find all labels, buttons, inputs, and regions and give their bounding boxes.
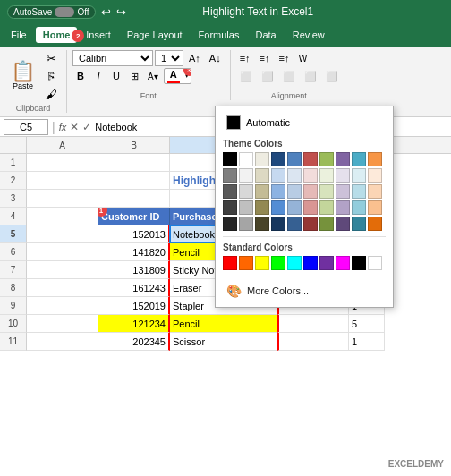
- cell-a2[interactable]: [27, 172, 98, 190]
- decrease-font-button[interactable]: A↓: [206, 50, 225, 66]
- color-swatch[interactable]: [319, 217, 334, 231]
- cell-d10[interactable]: [277, 315, 349, 333]
- cell-d11[interactable]: [277, 333, 349, 351]
- color-swatch[interactable]: [319, 152, 334, 166]
- color-swatch-orange[interactable]: [239, 256, 253, 270]
- undo-icon[interactable]: ↩: [101, 5, 111, 19]
- more-colors-button[interactable]: 🎨 More Colors...: [223, 282, 386, 300]
- cell-b2[interactable]: [98, 172, 170, 190]
- color-swatch[interactable]: [287, 184, 302, 199]
- cell-a6[interactable]: [27, 243, 98, 261]
- color-swatch-red[interactable]: [223, 256, 237, 270]
- row-num-6[interactable]: 6: [0, 243, 27, 261]
- cell-a1[interactable]: [27, 154, 98, 172]
- color-swatch[interactable]: [223, 168, 237, 183]
- menu-page-layout[interactable]: Page Layout: [120, 27, 190, 43]
- font-family-select[interactable]: Calibri: [72, 50, 153, 66]
- color-swatch[interactable]: [271, 200, 285, 215]
- color-swatch-cyan[interactable]: [287, 256, 302, 270]
- row-num-3[interactable]: 3: [0, 190, 27, 208]
- align-right-button[interactable]: ⬜: [279, 68, 299, 84]
- border-button[interactable]: ⊞: [126, 68, 142, 84]
- color-swatch[interactable]: [255, 168, 269, 183]
- align-top-right[interactable]: ≡↑: [276, 50, 294, 66]
- cell-b6[interactable]: 141820: [98, 243, 170, 261]
- menu-file[interactable]: File: [4, 27, 34, 43]
- font-color-button[interactable]: A ▾ 3: [164, 68, 191, 84]
- color-swatch[interactable]: [255, 184, 269, 199]
- cell-b3[interactable]: [98, 190, 170, 208]
- automatic-color-option[interactable]: Automatic: [223, 114, 386, 132]
- color-swatch[interactable]: [352, 217, 366, 231]
- cell-e10[interactable]: 5: [349, 315, 385, 333]
- cell-b7[interactable]: 131809: [98, 261, 170, 279]
- color-swatch[interactable]: [255, 217, 269, 231]
- color-swatch[interactable]: [368, 184, 382, 199]
- color-swatch[interactable]: [303, 184, 318, 199]
- cell-a4[interactable]: [27, 208, 98, 225]
- formula-cancel-icon[interactable]: ✕: [70, 121, 79, 133]
- align-top-center[interactable]: ≡↑: [256, 50, 274, 66]
- color-swatch[interactable]: [223, 152, 237, 166]
- cell-a10[interactable]: [27, 315, 98, 333]
- color-swatch-purple[interactable]: [319, 256, 334, 270]
- color-swatch[interactable]: [336, 217, 350, 231]
- color-swatch[interactable]: [287, 168, 302, 183]
- color-swatch[interactable]: [223, 217, 237, 231]
- color-swatch[interactable]: [352, 184, 366, 199]
- increase-font-button[interactable]: A↑: [185, 50, 204, 66]
- cell-a8[interactable]: [27, 279, 98, 297]
- cell-e11[interactable]: 1: [349, 333, 385, 351]
- cell-b5[interactable]: 152013: [98, 225, 170, 243]
- color-swatch[interactable]: [223, 184, 237, 199]
- menu-home[interactable]: Home 2: [36, 27, 78, 43]
- color-swatch[interactable]: [336, 152, 350, 166]
- color-swatch[interactable]: [239, 184, 253, 199]
- color-swatch[interactable]: [255, 200, 269, 215]
- color-swatch[interactable]: [287, 200, 302, 215]
- color-swatch[interactable]: [271, 152, 285, 166]
- cell-b9[interactable]: 152019: [98, 297, 170, 315]
- color-swatch[interactable]: [368, 200, 382, 215]
- row-num-7[interactable]: 7: [0, 261, 27, 279]
- cell-reference-input[interactable]: C5: [4, 119, 48, 135]
- color-swatch-blue[interactable]: [303, 256, 318, 270]
- color-swatch[interactable]: [368, 217, 382, 231]
- row-num-5[interactable]: 5: [0, 225, 27, 243]
- align-top-left[interactable]: ≡↑: [236, 50, 254, 66]
- bold-button[interactable]: B: [72, 68, 89, 84]
- align-left-button[interactable]: ⬜: [236, 68, 256, 84]
- align-bottom-left[interactable]: ⬜: [301, 68, 320, 84]
- row-num-10[interactable]: 10: [0, 315, 27, 333]
- color-swatch[interactable]: [239, 152, 253, 166]
- cell-a7[interactable]: [27, 261, 98, 279]
- color-swatch[interactable]: [239, 217, 253, 231]
- color-swatch[interactable]: [303, 217, 318, 231]
- col-header-b[interactable]: B: [98, 137, 170, 153]
- color-swatch[interactable]: [271, 168, 285, 183]
- paste-button[interactable]: 📋 Paste: [5, 60, 40, 92]
- color-swatch[interactable]: [352, 168, 366, 183]
- color-swatch[interactable]: [336, 200, 350, 215]
- cell-a5[interactable]: [27, 225, 98, 243]
- color-swatch-magenta[interactable]: [336, 256, 350, 270]
- cell-a9[interactable]: [27, 297, 98, 315]
- cell-b4[interactable]: Customer ID 1: [98, 208, 170, 225]
- color-swatch[interactable]: [319, 200, 334, 215]
- color-swatch[interactable]: [255, 152, 269, 166]
- row-num-1[interactable]: 1: [0, 154, 27, 172]
- font-size-select[interactable]: 11: [155, 50, 183, 66]
- align-bottom-right[interactable]: ⬜: [322, 68, 342, 84]
- color-swatch-white[interactable]: [368, 256, 382, 270]
- cell-c10[interactable]: Pencil: [170, 315, 277, 333]
- color-swatch[interactable]: [287, 152, 302, 166]
- menu-formulas[interactable]: Formulas: [191, 27, 247, 43]
- cut-button[interactable]: ✂: [42, 50, 61, 66]
- row-num-4[interactable]: 4: [0, 208, 27, 225]
- color-swatch[interactable]: [319, 168, 334, 183]
- color-swatch[interactable]: [336, 184, 350, 199]
- color-swatch[interactable]: [368, 152, 382, 166]
- cell-c11[interactable]: Scissor: [170, 333, 277, 351]
- color-swatch[interactable]: [336, 168, 350, 183]
- color-swatch-yellow[interactable]: [255, 256, 269, 270]
